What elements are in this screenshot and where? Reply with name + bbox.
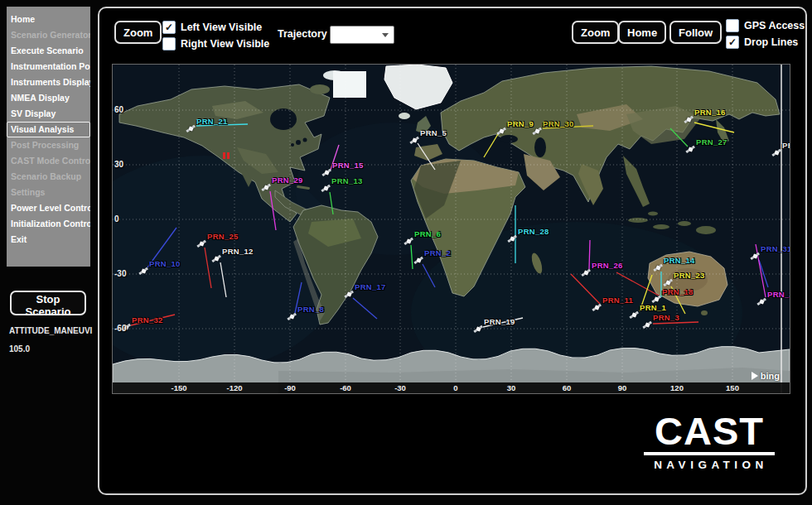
satellite-marker[interactable] bbox=[652, 295, 660, 303]
drop-lines-checkbox[interactable]: ✓ bbox=[726, 36, 739, 49]
satellite-marker[interactable] bbox=[643, 320, 651, 329]
sidebar-item-initialization-control[interactable]: Initialization Control bbox=[7, 216, 90, 232]
satellite-marker[interactable] bbox=[414, 256, 423, 264]
satellite-label: PRN_10 bbox=[149, 259, 181, 268]
satellite-imagery bbox=[113, 65, 790, 393]
satellite-label: PRN_14 bbox=[664, 256, 695, 265]
sidebar-item-scenario-generator[interactable]: Scenario Generator bbox=[7, 27, 90, 43]
left-view-visible-label: Left View Visible bbox=[181, 22, 262, 33]
satellite-label: PRN_27 bbox=[696, 137, 727, 147]
longitude-label: -120 bbox=[226, 383, 242, 392]
gps-access-label: GPS Access bbox=[744, 20, 805, 31]
stop-scenario-button[interactable]: Stop Scenario bbox=[10, 291, 86, 315]
satellite-marker[interactable] bbox=[197, 239, 205, 248]
satellite-marker[interactable] bbox=[686, 145, 694, 153]
logo-navigation-text: NAVIGATION bbox=[644, 459, 775, 471]
follow-button[interactable]: Follow bbox=[669, 21, 722, 44]
satellite-label: PRN_8 bbox=[297, 305, 324, 314]
satellite-label: PRN_22 bbox=[767, 290, 790, 299]
world-map-view[interactable]: PRN_21PRN_5PRN_9PRN_30PRN_16PRN_27PRNPRN… bbox=[112, 64, 790, 394]
bing-label: bing bbox=[761, 371, 780, 381]
satellite-marker[interactable] bbox=[684, 115, 693, 123]
chevron-down-icon bbox=[382, 33, 389, 37]
latitude-label: -60 bbox=[114, 324, 126, 333]
sidebar-item-scenario-backup[interactable]: Scenario Backup bbox=[7, 169, 90, 185]
satellite-marker[interactable] bbox=[654, 263, 662, 272]
satellite-label: PRN_17 bbox=[355, 282, 386, 291]
longitude-label: -60 bbox=[340, 383, 351, 392]
trajectory-dropdown[interactable] bbox=[330, 26, 394, 44]
right-view-visible-row: Right View Visible bbox=[162, 37, 269, 50]
satellite-marker[interactable] bbox=[592, 303, 601, 311]
latitude-label: 60 bbox=[114, 105, 123, 114]
satellite-label: PRN_6 bbox=[414, 229, 441, 238]
satellite-marker[interactable] bbox=[664, 278, 672, 286]
satellite-marker[interactable] bbox=[474, 325, 482, 333]
satellite-label: PRN_25 bbox=[207, 232, 239, 241]
longitude-label: 90 bbox=[618, 383, 627, 392]
sidebar-item-post-processing[interactable]: Post Processing bbox=[7, 137, 90, 153]
satellite-label: PRN_21 bbox=[196, 117, 228, 126]
zoom-left-button[interactable]: Zoom bbox=[114, 21, 162, 44]
sidebar-item-cast-mode-control[interactable]: CAST Mode Control bbox=[7, 153, 90, 169]
home-button[interactable]: Home bbox=[618, 21, 666, 44]
satellite-label: PRN_9 bbox=[507, 119, 534, 128]
latitude-label: 0 bbox=[114, 214, 119, 224]
sidebar-item-nmea-display[interactable]: NMEA Display bbox=[7, 90, 90, 106]
satellite-marker[interactable] bbox=[322, 168, 331, 176]
satellite-marker[interactable] bbox=[345, 290, 353, 298]
satellite-marker[interactable] bbox=[772, 148, 781, 156]
sidebar-item-exit[interactable]: Exit bbox=[7, 232, 90, 248]
receiver-marker[interactable] bbox=[221, 152, 231, 161]
sidebar-item-instruments-display[interactable]: Instruments Display bbox=[7, 75, 90, 90]
satellite-label: PRN_23 bbox=[674, 271, 705, 280]
satellite-label: PRN_2 bbox=[424, 248, 451, 257]
satellite-label: PRN_11 bbox=[602, 296, 633, 305]
drop-lines-row: ✓ Drop Lines bbox=[726, 36, 798, 49]
sidebar-item-sv-display[interactable]: SV Display bbox=[7, 106, 90, 122]
satellite-marker[interactable] bbox=[321, 184, 330, 192]
gps-access-checkbox[interactable] bbox=[726, 19, 739, 32]
gps-access-row: GPS Access bbox=[726, 19, 805, 32]
satellite-marker[interactable] bbox=[212, 254, 220, 262]
zoom-right-button[interactable]: Zoom bbox=[572, 21, 619, 44]
longitude-label: 150 bbox=[726, 383, 739, 392]
satellite-marker[interactable] bbox=[410, 136, 418, 144]
satellite-marker[interactable] bbox=[497, 127, 505, 135]
sidebar-item-settings[interactable]: Settings bbox=[7, 185, 90, 200]
satellite-marker[interactable] bbox=[757, 297, 766, 305]
longitude-label: 0 bbox=[453, 383, 457, 392]
satellite-marker[interactable] bbox=[630, 310, 638, 319]
longitude-axis: -150-120-90-60-300306090120150 bbox=[113, 382, 790, 393]
satellite-label: PRN_18 bbox=[662, 287, 694, 296]
satellite-label: PRN_19 bbox=[484, 317, 515, 326]
longitude-label: -90 bbox=[284, 383, 296, 392]
satellite-label: PRN_3 bbox=[653, 313, 679, 322]
satellite-label: PRN_12 bbox=[222, 247, 254, 256]
longitude-label: -30 bbox=[394, 383, 406, 392]
bing-attribution: bing bbox=[752, 371, 780, 381]
scenario-status-text: ATTITUDE_MANEUVI bbox=[9, 326, 92, 335]
left-view-visible-checkbox[interactable]: ✓ bbox=[162, 21, 176, 34]
satellite-marker[interactable] bbox=[262, 183, 270, 191]
sidebar-item-execute-scenario[interactable]: Execute Scenario bbox=[7, 43, 90, 59]
satellite-marker[interactable] bbox=[751, 252, 759, 260]
satellite-marker[interactable] bbox=[508, 234, 516, 243]
latitude-label: -30 bbox=[114, 269, 126, 278]
satellite-marker[interactable] bbox=[404, 237, 413, 245]
satellite-marker[interactable] bbox=[582, 268, 590, 277]
satellite-marker[interactable] bbox=[288, 312, 296, 320]
app-window: HomeScenario GeneratorExecute ScenarioIn… bbox=[0, 0, 812, 505]
satellite-marker[interactable] bbox=[186, 124, 195, 132]
sidebar-item-home[interactable]: Home bbox=[7, 12, 90, 27]
satellite-label: PRN_30 bbox=[543, 119, 574, 128]
satellite-marker[interactable] bbox=[139, 267, 147, 275]
sidebar-item-visual-analysis[interactable]: Visual Analysis bbox=[7, 122, 90, 137]
satellite-label: PRN_13 bbox=[331, 176, 363, 185]
sidebar-item-power-level-control[interactable]: Power Level Control bbox=[7, 200, 90, 216]
right-view-visible-checkbox[interactable] bbox=[162, 37, 176, 50]
satellite-marker[interactable] bbox=[533, 127, 541, 135]
sidebar-item-instrumentation-port[interactable]: Instrumentation Port bbox=[7, 59, 90, 75]
sidebar: HomeScenario GeneratorExecute ScenarioIn… bbox=[7, 7, 90, 267]
satellite-label: PRN_31 bbox=[761, 244, 790, 253]
